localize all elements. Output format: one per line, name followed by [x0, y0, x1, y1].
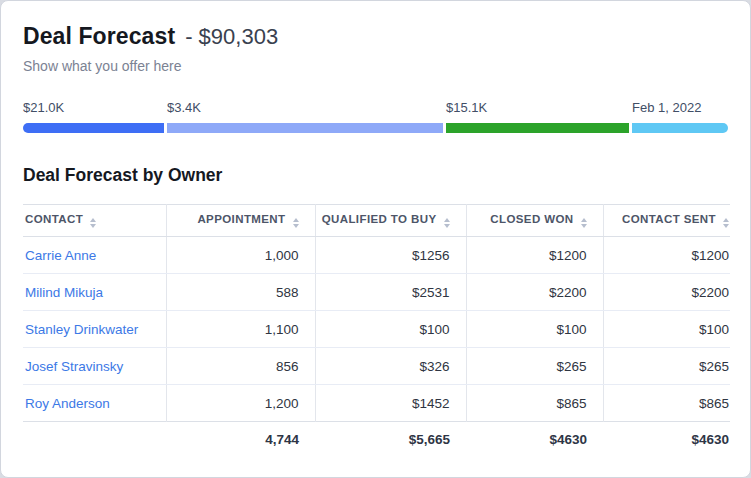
column-header-label: QUALIFIED TO BUY [322, 213, 437, 225]
total-qualified-to-buy: $5,665 [315, 422, 466, 458]
bar-segment-remaining [632, 123, 728, 133]
totals-row: 4,744 $5,665 $4630 $4630 [23, 422, 730, 458]
bar-segment-appointment [23, 123, 164, 133]
forecast-bar-labels: $21.0K $3.4K $15.1K Feb 1, 2022 [23, 100, 728, 118]
cell-qualified-to-buy: $2531 [315, 274, 466, 311]
cell-closed-won: $100 [466, 311, 603, 348]
sort-icon[interactable] [90, 218, 96, 228]
sort-icon[interactable] [293, 218, 299, 228]
page-title: Deal Forecast [23, 21, 175, 51]
bar-segment-qualified [167, 123, 443, 133]
sort-icon[interactable] [444, 218, 450, 228]
column-header-contact-sent[interactable]: CONTACT SENT [603, 205, 730, 237]
column-header-label: CONTACT [25, 213, 83, 225]
totals-empty-cell [23, 422, 166, 458]
column-header-closed-won[interactable]: CLOSED WON [466, 205, 603, 237]
column-header-label: CONTACT SENT [622, 213, 716, 225]
table-row: Stanley Drinkwater 1,100 $100 $100 $100 [23, 311, 730, 348]
report-subtitle: Show what you offer here [23, 56, 728, 76]
table-row: Josef Stravinsky 856 $326 $265 $265 [23, 348, 730, 385]
total-contact-sent: $4630 [603, 422, 730, 458]
cell-contact-sent: $100 [603, 311, 730, 348]
cell-contact-sent: $265 [603, 348, 730, 385]
bar-label-closed-won: $15.1K [446, 100, 487, 115]
cell-appointment: 1,000 [166, 237, 315, 274]
table-row: Carrie Anne 1,000 $1256 $1200 $1200 [23, 237, 730, 274]
contact-link[interactable]: Josef Stravinsky [25, 359, 123, 374]
forecast-progress-bar [23, 123, 728, 133]
cell-qualified-to-buy: $1256 [315, 237, 466, 274]
cell-contact-sent: $1200 [603, 237, 730, 274]
cell-qualified-to-buy: $100 [315, 311, 466, 348]
contact-link[interactable]: Stanley Drinkwater [25, 322, 138, 337]
cell-contact-sent: $2200 [603, 274, 730, 311]
total-closed-won: $4630 [466, 422, 603, 458]
contact-link[interactable]: Milind Mikuja [25, 285, 103, 300]
cell-appointment: 856 [166, 348, 315, 385]
bar-label-date: Feb 1, 2022 [632, 100, 701, 115]
sort-icon[interactable] [723, 218, 729, 228]
cell-closed-won: $2200 [466, 274, 603, 311]
contact-link[interactable]: Roy Anderson [25, 396, 110, 411]
cell-appointment: 1,200 [166, 385, 315, 422]
cell-appointment: 1,100 [166, 311, 315, 348]
cell-closed-won: $865 [466, 385, 603, 422]
bar-label-appointment: $21.0K [23, 100, 64, 115]
cell-closed-won: $265 [466, 348, 603, 385]
cell-qualified-to-buy: $326 [315, 348, 466, 385]
cell-closed-won: $1200 [466, 237, 603, 274]
contact-link[interactable]: Carrie Anne [25, 248, 96, 263]
bar-segment-closed-won [446, 123, 629, 133]
column-header-label: CLOSED WON [490, 213, 573, 225]
column-header-qualified-to-buy[interactable]: QUALIFIED TO BUY [315, 205, 466, 237]
sort-icon[interactable] [581, 218, 587, 228]
table-section-title: Deal Forecast by Owner [23, 163, 728, 187]
deal-forecast-card: Deal Forecast - $90,303 Show what you of… [0, 0, 751, 478]
column-header-appointment[interactable]: APPOINTMENT [166, 205, 315, 237]
cell-contact-sent: $865 [603, 385, 730, 422]
cell-qualified-to-buy: $1452 [315, 385, 466, 422]
column-header-label: APPOINTMENT [197, 213, 285, 225]
table-header-row: CONTACT APPOINTMENT QUALIFIED TO BUY CLO… [23, 205, 730, 237]
report-header: Deal Forecast - $90,303 [23, 21, 728, 52]
forecast-total-amount: - $90,303 [185, 22, 278, 52]
column-header-contact[interactable]: CONTACT [23, 205, 166, 237]
cell-appointment: 588 [166, 274, 315, 311]
bar-label-qualified: $3.4K [167, 100, 201, 115]
total-appointment: 4,744 [166, 422, 315, 458]
table-row: Milind Mikuja 588 $2531 $2200 $2200 [23, 274, 730, 311]
deal-forecast-table: CONTACT APPOINTMENT QUALIFIED TO BUY CLO… [23, 204, 730, 457]
table-row: Roy Anderson 1,200 $1452 $865 $865 [23, 385, 730, 422]
